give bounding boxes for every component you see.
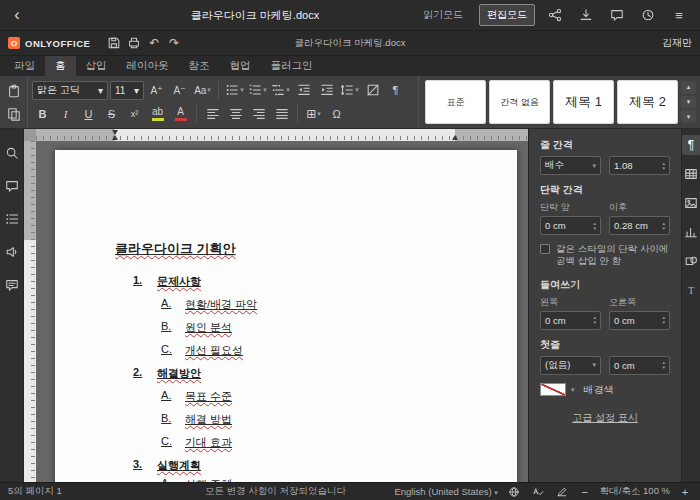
undo-button[interactable]: ↶ <box>144 34 164 52</box>
first-line-type-select[interactable]: (없음)▾ <box>540 356 601 375</box>
spinner-arrows[interactable]: ▴▾ <box>593 315 596 325</box>
tab-collaboration[interactable]: 협업 <box>220 56 261 76</box>
zoom-out-button[interactable]: − <box>578 485 592 499</box>
paragraph-shading-button[interactable] <box>362 80 383 101</box>
font-name-select[interactable]: 맑은 고딕▾ <box>32 81 108 100</box>
bold-button[interactable]: B <box>32 104 53 125</box>
spinner-arrows[interactable]: ▴▾ <box>662 315 665 325</box>
share-button[interactable] <box>544 4 566 26</box>
spacing-after-input[interactable]: 0.28 cm▴▾ <box>609 216 670 235</box>
style-heading2[interactable]: 제목 2 <box>617 80 678 124</box>
chevron-down-icon[interactable]: ▾ <box>571 386 575 394</box>
strikethrough-button[interactable]: S <box>101 104 122 125</box>
doc-line[interactable]: B.원인 분석 <box>55 320 517 336</box>
comments-panel-button[interactable] <box>2 176 21 196</box>
align-center-button[interactable] <box>225 104 246 125</box>
spacing-before-input[interactable]: 0 cm▴▾ <box>540 216 601 235</box>
indent-right-input[interactable]: 0 cm▴▾ <box>609 311 670 330</box>
right-indent-marker[interactable] <box>452 135 458 140</box>
doc-heading[interactable]: 클라우다이크 기획안 <box>115 240 236 258</box>
spinner-arrows[interactable]: ▴▾ <box>593 221 596 231</box>
tab-layout[interactable]: 레이아웃 <box>117 56 179 76</box>
doc-line[interactable]: B.해결 방법 <box>55 412 517 428</box>
style-normal[interactable]: 표준 <box>425 80 486 124</box>
highlight-color-button[interactable]: ab <box>147 104 168 125</box>
page-indicator[interactable]: 5의 페이지 1 <box>8 485 62 498</box>
insert-symbol-button[interactable]: Ω <box>326 104 347 125</box>
horizontal-ruler[interactable] <box>36 129 528 141</box>
borders-button[interactable]: ⊞▾ <box>303 104 324 125</box>
indent-left-input[interactable]: 0 cm▴▾ <box>540 311 601 330</box>
gallery-expand-button[interactable]: ▾ <box>681 110 696 123</box>
bullet-list-button[interactable]: ▾ <box>224 80 245 101</box>
advanced-settings-link[interactable]: 고급 설정 표시 <box>540 411 670 425</box>
textart-settings-button[interactable]: T <box>682 280 700 300</box>
line-spacing-type-select[interactable]: 배수▾ <box>540 156 601 175</box>
navigation-panel-button[interactable] <box>2 209 21 229</box>
edit-mode-button[interactable]: 편집모드 <box>479 4 535 26</box>
save-button[interactable] <box>104 34 124 52</box>
left-indent-marker[interactable] <box>112 135 118 140</box>
font-color-button[interactable]: A <box>170 104 191 125</box>
table-settings-button[interactable] <box>682 164 700 184</box>
spellcheck-button[interactable] <box>530 485 546 499</box>
superscript-button[interactable]: x² <box>124 104 145 125</box>
zoom-level[interactable]: 확대/축소 100 % <box>600 485 670 498</box>
back-button[interactable]: ‹ <box>0 6 34 24</box>
doc-line[interactable]: 1.문제사항 <box>55 274 517 290</box>
same-style-spacing-checkbox[interactable]: 같은 스타일의 단락 사이에 공백 삽입 안 함 <box>540 243 670 268</box>
paste-button[interactable] <box>3 80 24 101</box>
doc-line[interactable]: 3.실행계획 <box>55 458 517 474</box>
set-language-button[interactable] <box>506 485 522 499</box>
chat-panel-button[interactable] <box>2 275 21 295</box>
justify-button[interactable] <box>271 104 292 125</box>
multilevel-list-button[interactable]: ▾ <box>270 80 291 101</box>
increase-indent-button[interactable] <box>316 80 337 101</box>
language-selector[interactable]: English (United States) ▾ <box>394 486 497 497</box>
paragraph-settings-button[interactable]: ¶ <box>682 135 700 155</box>
spinner-arrows[interactable]: ▴▾ <box>662 221 665 231</box>
copy-button[interactable] <box>3 103 24 124</box>
more-menu-button[interactable]: ≡ <box>668 4 690 26</box>
doc-line[interactable]: 2.해결방안 <box>55 366 517 382</box>
line-spacing-value-input[interactable]: 1.08▴▾ <box>609 156 670 175</box>
version-history-button[interactable] <box>637 4 659 26</box>
feedback-button[interactable] <box>2 242 21 262</box>
download-button[interactable] <box>575 4 597 26</box>
doc-line[interactable]: C.개선 필요성 <box>55 343 517 359</box>
doc-line[interactable]: A.목표 수준 <box>55 389 517 405</box>
change-case-button[interactable]: Aa▾ <box>192 80 213 101</box>
search-button[interactable] <box>2 143 21 163</box>
read-mode-button[interactable]: 읽기모드 <box>416 5 470 25</box>
font-size-select[interactable]: 11▾ <box>110 81 144 100</box>
comments-button[interactable] <box>606 4 628 26</box>
spinner-arrows[interactable]: ▴▾ <box>662 161 665 171</box>
gallery-down-button[interactable]: ▾ <box>681 96 696 109</box>
chart-settings-button[interactable] <box>682 222 700 242</box>
gallery-up-button[interactable]: ▴ <box>681 81 696 94</box>
spinner-arrows[interactable]: ▴▾ <box>662 360 665 370</box>
background-color-swatch[interactable] <box>540 383 566 396</box>
tab-plugins[interactable]: 플러그인 <box>261 56 323 76</box>
align-right-button[interactable] <box>248 104 269 125</box>
redo-button[interactable]: ↷ <box>164 34 184 52</box>
numbered-list-button[interactable]: ▾ <box>247 80 268 101</box>
align-left-button[interactable] <box>202 104 223 125</box>
doc-line[interactable]: A.현황/배경 파악 <box>55 297 517 313</box>
document-page[interactable]: 클라우다이크 기획안 1.문제사항 A.현황/배경 파악 B.원인 분석 C.개… <box>55 150 517 482</box>
tab-home[interactable]: 홈 <box>45 56 76 76</box>
track-changes-button[interactable] <box>554 485 570 499</box>
print-button[interactable] <box>124 34 144 52</box>
tab-insert[interactable]: 삽입 <box>76 56 117 76</box>
decrement-font-button[interactable]: A⁻ <box>169 80 190 101</box>
decrease-indent-button[interactable] <box>293 80 314 101</box>
line-spacing-button[interactable]: ▾ <box>339 80 360 101</box>
style-no-spacing[interactable]: 간격 없음 <box>489 80 550 124</box>
increment-font-button[interactable]: A⁺ <box>146 80 167 101</box>
style-heading1[interactable]: 제목 1 <box>553 80 614 124</box>
underline-button[interactable]: U <box>78 104 99 125</box>
shape-settings-button[interactable] <box>682 251 700 271</box>
italic-button[interactable]: I <box>55 104 76 125</box>
tab-references[interactable]: 참조 <box>179 56 220 76</box>
tab-file[interactable]: 파일 <box>4 56 45 76</box>
